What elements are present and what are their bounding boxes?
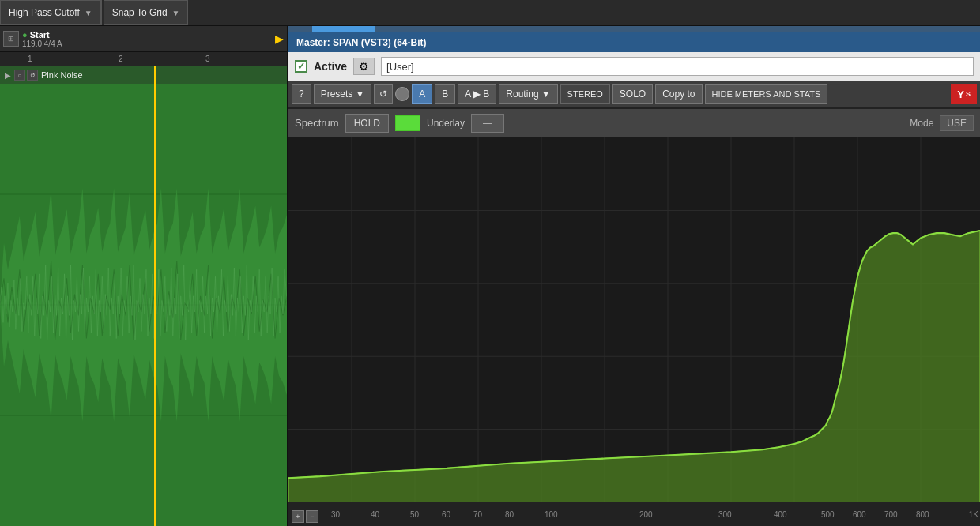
freq-axis: 20 30 40 50 60 70 80 100 200 300 400 500…	[288, 502, 980, 526]
freq-70: 70	[473, 510, 482, 519]
reload-button[interactable]: ↺	[374, 84, 393, 104]
freq-80: 80	[505, 510, 514, 519]
ruler-mark-2: 2	[119, 54, 123, 63]
track-header: ⊞ ● Start 119.0 4/4 A ▶	[0, 26, 287, 52]
track-time-label: 119.0 4/4 A	[22, 39, 62, 48]
zoom-in-icon[interactable]: +	[292, 510, 304, 523]
help-button[interactable]: ?	[292, 84, 311, 104]
spectrum-svg	[288, 137, 980, 502]
presets-button[interactable]: Presets ▼	[314, 84, 372, 104]
user-preset-field[interactable]	[381, 57, 974, 76]
solo-button[interactable]: SOLO	[612, 84, 653, 104]
checkbox-check: ✓	[297, 61, 305, 72]
underlay-dashes-button[interactable]: —	[471, 114, 504, 133]
vst-title-bar: Master: SPAN (VST3) (64-Bit)	[288, 32, 980, 52]
loop-icon[interactable]: ↺	[27, 70, 38, 81]
routing-button[interactable]: Routing ▼	[499, 84, 557, 104]
grid-icon[interactable]: ⊞	[3, 31, 19, 47]
freq-200: 200	[639, 510, 653, 519]
gear-button[interactable]: ⚙	[353, 58, 375, 75]
ab-a-button[interactable]: A	[412, 84, 432, 104]
tab-bar	[288, 26, 980, 32]
top-toolbar: High Pass Cutoff ▼ Snap To Grid ▼	[0, 0, 980, 26]
track-controls: ○ ↺	[14, 70, 38, 81]
ruler-mark-3: 3	[205, 54, 210, 63]
mode-value[interactable]: USE	[940, 115, 974, 131]
ruler-mark-1: 1	[28, 54, 32, 63]
track-name-label: Pink Noise	[41, 70, 83, 80]
freq-300: 300	[718, 510, 732, 519]
track-info: ● Start 119.0 4/4 A	[22, 30, 62, 48]
ab-copy-button[interactable]: A ▶ B	[458, 84, 496, 104]
dropdown2-arrow: ▼	[172, 9, 180, 17]
zoom-out-icon[interactable]: −	[306, 510, 318, 523]
spectrum-color-swatch[interactable]	[395, 115, 420, 131]
active-checkbox[interactable]: ✓	[295, 60, 307, 73]
hide-meters-button[interactable]: HIDE METERS AND STATS	[705, 84, 828, 104]
snap-to-grid-dropdown[interactable]: Snap To Grid ▼	[104, 0, 189, 25]
stereo-button[interactable]: STEREO	[560, 84, 610, 104]
high-pass-cutoff-dropdown[interactable]: High Pass Cutoff ▼	[0, 0, 101, 25]
freq-1k: 1K	[969, 510, 978, 519]
status-circle[interactable]	[395, 87, 409, 101]
active-tab-indicator	[312, 26, 375, 32]
active-row: ✓ Active ⚙	[288, 52, 980, 81]
waveform-area	[0, 84, 287, 526]
bottom-icons: + −	[288, 510, 318, 523]
plugin-toolbar: ? Presets ▼ ↺ A B A ▶ B Routing ▼ STERE	[288, 81, 980, 109]
freq-100: 100	[545, 510, 558, 519]
dropdown1-arrow: ▼	[85, 9, 92, 17]
active-label: Active	[314, 60, 347, 73]
mute-icon[interactable]: ○	[14, 70, 25, 81]
playhead-overlay	[154, 66, 156, 526]
spectrum-display: 20 30 40 50 60 70 80 100 200 300 400 500…	[288, 137, 980, 526]
timeline-ruler: 1 2 3	[0, 52, 287, 66]
mode-label: Mode	[910, 118, 933, 129]
underlay-label: Underlay	[427, 118, 465, 129]
voxengo-logo: Y S	[951, 84, 977, 104]
freq-50: 50	[410, 510, 419, 519]
vst-title: Master: SPAN (VST3) (64-Bit)	[296, 37, 426, 48]
left-panel: ⊞ ● Start 119.0 4/4 A ▶ 1 2 3 ▶ ○	[0, 26, 288, 526]
freq-30: 30	[331, 510, 340, 519]
freq-800: 800	[916, 510, 929, 519]
freq-500: 500	[821, 510, 835, 519]
waveform-svg	[0, 84, 287, 526]
expand-arrow[interactable]: ▶	[5, 71, 11, 80]
ab-b-button[interactable]: B	[435, 84, 455, 104]
freq-600: 600	[853, 510, 866, 519]
main-layout: ⊞ ● Start 119.0 4/4 A ▶ 1 2 3 ▶ ○	[0, 26, 980, 526]
spectrum-label: Spectrum	[295, 117, 339, 129]
high-pass-cutoff-label: High Pass Cutoff	[9, 7, 80, 18]
track-start-label: ● Start	[22, 30, 62, 39]
spectrum-controls-row: Spectrum HOLD Underlay — Mode USE	[288, 109, 980, 137]
copy-to-button[interactable]: Copy to	[655, 84, 702, 104]
toolbar-separator	[101, 0, 102, 25]
freq-400: 400	[774, 510, 787, 519]
right-panel: Master: SPAN (VST3) (64-Bit) ✓ Active ⚙ …	[288, 26, 980, 526]
track-content-wrapper: ▶ ○ ↺ Pink Noise	[0, 66, 287, 526]
snap-to-grid-label: Snap To Grid	[112, 7, 168, 18]
hold-button[interactable]: HOLD	[345, 114, 389, 133]
freq-40: 40	[371, 510, 379, 519]
freq-60: 60	[442, 510, 450, 519]
freq-700: 700	[884, 510, 898, 519]
track-label-bar: ▶ ○ ↺ Pink Noise	[0, 66, 287, 84]
playhead-icon: ▶	[275, 32, 284, 45]
